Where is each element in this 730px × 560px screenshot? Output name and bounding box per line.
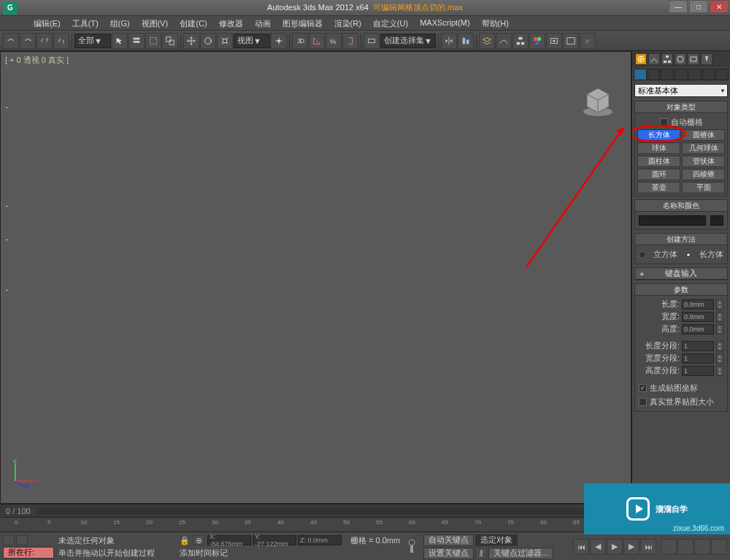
length-spinner[interactable]: 0.0mm <box>682 299 714 310</box>
menu-tools[interactable]: 工具(T) <box>66 16 104 30</box>
category-cameras[interactable] <box>675 69 688 80</box>
menu-edit[interactable]: 编辑(E) <box>28 16 66 30</box>
menu-maxscript[interactable]: MAXScript(M) <box>414 16 475 30</box>
status-icon-1[interactable] <box>3 535 15 545</box>
primitive-teapot-button[interactable]: 茶壶 <box>637 182 680 193</box>
category-helpers[interactable] <box>688 69 702 80</box>
rollout-header-params[interactable]: 参数 <box>635 284 727 296</box>
spinner-snap[interactable] <box>342 33 358 49</box>
menu-group[interactable]: 组(G) <box>104 16 136 30</box>
coord-x[interactable]: X: -84.676mm <box>207 535 251 545</box>
primitive-torus-button[interactable]: 圆环 <box>637 169 680 180</box>
category-systems[interactable] <box>715 69 729 80</box>
coord-toggle[interactable]: ⊕ <box>193 535 204 545</box>
lseg-spinner[interactable]: 1 <box>682 341 714 351</box>
redo-button[interactable] <box>20 33 36 49</box>
close-button[interactable]: ✕ <box>710 0 729 13</box>
width-spinner[interactable]: 0.0mm <box>682 312 714 322</box>
tab-utilities[interactable] <box>701 53 712 65</box>
primitive-geosphere-button[interactable]: 几何球体 <box>682 142 725 154</box>
autokey-button[interactable]: 自动关键点 <box>423 534 474 546</box>
autogrid-checkbox[interactable] <box>660 118 668 126</box>
primitive-tube-button[interactable]: 管状体 <box>682 156 725 167</box>
rollout-header-keyboard[interactable]: +键盘输入 <box>635 268 727 280</box>
viewport-nav-2[interactable] <box>677 539 694 555</box>
viewcube[interactable] <box>580 81 616 118</box>
wseg-spinner-buttons[interactable]: ▲▼ <box>716 353 723 364</box>
menu-customize[interactable]: 自定义(U) <box>367 16 414 30</box>
category-shapes[interactable] <box>648 69 661 80</box>
width-spinner-buttons[interactable]: ▲▼ <box>716 312 723 322</box>
radio-box[interactable] <box>685 251 692 258</box>
lseg-spinner-buttons[interactable]: ▲▼ <box>716 341 723 351</box>
mirror-button[interactable] <box>441 33 457 49</box>
render-frame-button[interactable] <box>563 33 579 49</box>
percent-snap[interactable]: % <box>326 33 342 49</box>
object-color-swatch[interactable] <box>710 215 723 226</box>
scale-button[interactable] <box>217 33 233 49</box>
layer-indicator[interactable]: 所在行: <box>3 547 54 559</box>
primitive-plane-button[interactable]: 平面 <box>682 182 725 193</box>
selset-dropdown[interactable]: 选定对象 <box>475 534 518 546</box>
play-button[interactable]: ▶ <box>607 539 623 555</box>
category-spacewarps[interactable] <box>702 69 715 80</box>
selection-filter[interactable]: 全部 ▼ <box>74 34 111 48</box>
goto-start-button[interactable]: ⏮ <box>573 539 589 555</box>
select-name-button[interactable] <box>128 33 145 49</box>
viewport-perspective[interactable]: [ + 0 透视 0 真实 ] xzy <box>0 51 631 504</box>
add-time-tag[interactable]: 添加时间标记 <box>180 548 228 559</box>
tab-hierarchy[interactable] <box>661 53 673 65</box>
primitive-pyramid-button[interactable]: 四棱锥 <box>682 169 725 180</box>
key-icon[interactable] <box>404 537 419 557</box>
coord-system[interactable]: 视图 ▼ <box>234 34 270 48</box>
primitive-cylinder-button[interactable]: 圆柱体 <box>637 156 680 167</box>
align-button[interactable] <box>458 33 474 49</box>
tab-motion[interactable] <box>675 53 686 65</box>
height-spinner-buttons[interactable]: ▲▼ <box>716 324 723 334</box>
menu-animation[interactable]: 动画 <box>249 16 277 30</box>
rollout-header-namecolor[interactable]: 名称和颜色 <box>635 200 727 212</box>
category-geometry[interactable] <box>634 69 647 80</box>
keyfilter-button[interactable]: 关键点过滤器... <box>488 548 553 559</box>
radio-cube[interactable] <box>639 251 646 258</box>
schematic-button[interactable] <box>512 33 529 49</box>
curve-editor-button[interactable] <box>496 33 512 49</box>
prev-frame-button[interactable]: ◀ <box>590 539 606 555</box>
primitive-category-dropdown[interactable]: 标准基本体 <box>634 84 728 97</box>
category-lights[interactable] <box>661 69 674 80</box>
keyfilter-icon[interactable]: ⚷ <box>475 548 487 559</box>
next-frame-button[interactable]: ▶ <box>623 539 639 555</box>
layers-button[interactable] <box>479 33 495 49</box>
length-spinner-buttons[interactable]: ▲▼ <box>716 299 723 310</box>
render-button[interactable] <box>580 33 596 49</box>
named-sel-button[interactable] <box>364 33 380 49</box>
viewport-nav-3[interactable] <box>694 539 710 555</box>
viewport-nav-4[interactable] <box>711 539 727 555</box>
viewport-nav-1[interactable] <box>661 539 677 555</box>
goto-end-button[interactable]: ⏭ <box>640 539 656 555</box>
material-editor-button[interactable] <box>529 33 545 49</box>
snap-toggle[interactable]: 3 <box>292 33 308 49</box>
coord-z[interactable]: Z: 0.0mm <box>298 535 342 545</box>
pivot-button[interactable] <box>271 33 287 49</box>
rotate-button[interactable] <box>200 33 216 49</box>
named-selection-set[interactable]: 创建选择集 ▼ <box>380 34 436 48</box>
window-crossing-button[interactable] <box>162 33 178 49</box>
menu-rendering[interactable]: 渲染(R) <box>328 16 367 30</box>
maximize-button[interactable]: □ <box>689 0 708 13</box>
rollout-header-method[interactable]: 创建方法 <box>635 234 727 245</box>
object-name-input[interactable] <box>639 215 706 226</box>
coord-y[interactable]: Y: -27.122mm <box>253 535 296 545</box>
primitive-cone-button[interactable]: 圆锥体 <box>682 129 725 141</box>
minimize-button[interactable]: — <box>669 0 688 13</box>
menu-create[interactable]: 创建(C) <box>174 16 212 30</box>
hseg-spinner-buttons[interactable]: ▲▼ <box>716 366 723 376</box>
rollout-header-objtype[interactable]: 对象类型 <box>635 101 727 113</box>
undo-button[interactable] <box>3 33 19 49</box>
height-spinner[interactable]: 0.0mm <box>682 324 714 334</box>
primitive-box-button[interactable]: 长方体 <box>637 129 680 141</box>
realworld-checkbox[interactable] <box>639 398 647 406</box>
menu-modifiers[interactable]: 修改器 <box>213 16 249 30</box>
wseg-spinner[interactable]: 1 <box>682 353 714 364</box>
genmap-checkbox[interactable] <box>639 384 647 392</box>
